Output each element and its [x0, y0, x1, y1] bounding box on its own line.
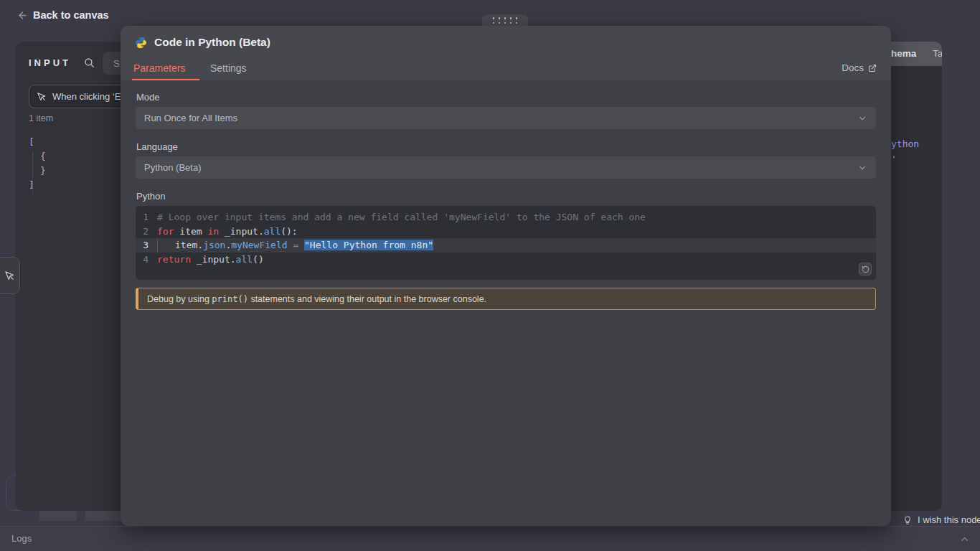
python-code-label: Python [136, 191, 876, 202]
modal-drag-handle[interactable] [482, 14, 528, 27]
code-line: 2 for item in _input.all(): [136, 225, 876, 239]
back-to-canvas-button[interactable]: Back to canvas [17, 9, 109, 21]
back-to-canvas-label: Back to canvas [33, 9, 109, 21]
line-number: 3 [136, 238, 157, 253]
logs-bar[interactable]: Logs [0, 526, 980, 551]
language-label: Language [136, 141, 876, 152]
chevron-down-icon [857, 163, 867, 173]
code-editor[interactable]: 1 # Loop over input items and add a new … [136, 206, 876, 280]
chevron-down-icon [857, 113, 867, 123]
hint-text: Debug by using print() statements and vi… [147, 294, 486, 304]
arrow-left-icon [17, 10, 28, 21]
line-number: 2 [136, 225, 157, 239]
code-line: 4 return _input.all() [136, 253, 876, 267]
node-settings-modal: Code in Python (Beta) Parameters Setting… [121, 26, 891, 526]
trigger-node-edge-button[interactable] [0, 257, 20, 294]
selected-string: "Hello Python from n8n" [304, 240, 433, 250]
indent-guide [157, 238, 166, 253]
search-icon[interactable] [83, 57, 95, 69]
language-value: Python (Beta) [144, 162, 857, 173]
reset-code-button[interactable] [859, 263, 872, 276]
indent-guide [32, 152, 33, 194]
modal-header: Code in Python (Beta) Parameters Setting… [121, 26, 891, 80]
node-feedback-label: I wish this node [918, 514, 980, 525]
mode-select[interactable]: Run Once for All Items [136, 107, 876, 129]
docs-label: Docs [842, 62, 864, 73]
tab-parameters[interactable]: Parameters [133, 62, 185, 74]
canvas-ghost-tab [39, 510, 77, 521]
mouse-pointer-icon [4, 270, 15, 281]
python-logo-icon [135, 37, 147, 49]
tab-settings[interactable]: Settings [210, 62, 247, 74]
input-panel: INPUT S When clicking ‘Ex 1 item [ { } ] [16, 42, 138, 511]
docs-link[interactable]: Docs [842, 62, 877, 73]
code-line-active: 3 item.json.myNewField = "Hello Python f… [136, 238, 876, 253]
line-number: 4 [136, 253, 157, 267]
output-json-fragment: ython [891, 138, 919, 149]
mode-value: Run Once for All Items [144, 113, 857, 123]
external-link-icon [868, 64, 877, 72]
line-number: 1 [136, 210, 157, 225]
language-select[interactable]: Python (Beta) [136, 156, 876, 179]
output-json-fragment: ' [891, 154, 897, 164]
input-source-node-label: When clicking ‘Ex [52, 91, 126, 102]
mode-label: Mode [136, 92, 876, 103]
logs-label: Logs [11, 533, 32, 544]
input-display-mode-label: S [113, 58, 120, 69]
input-json-tree[interactable]: [ { } ] [29, 135, 46, 192]
code-line: 1 # Loop over input items and add a new … [136, 210, 876, 225]
input-items-count: 1 item [29, 113, 53, 123]
json-bracket: [ [29, 135, 46, 149]
input-panel-title: INPUT [29, 57, 71, 68]
mouse-pointer-icon [37, 92, 47, 102]
output-tab-table[interactable]: Ta [933, 48, 942, 59]
canvas-ghost-tab [85, 510, 123, 521]
output-tab-schema[interactable]: hema [891, 48, 916, 59]
drag-dots-icon [493, 17, 518, 24]
modal-title: Code in Python (Beta) [154, 36, 270, 49]
chevron-up-icon[interactable] [959, 534, 970, 545]
lightbulb-icon [903, 515, 913, 525]
rotate-ccw-icon [862, 265, 870, 273]
debug-hint-callout: Debug by using print() statements and vi… [136, 288, 876, 310]
node-feedback-button[interactable]: I wish this node [903, 514, 980, 525]
